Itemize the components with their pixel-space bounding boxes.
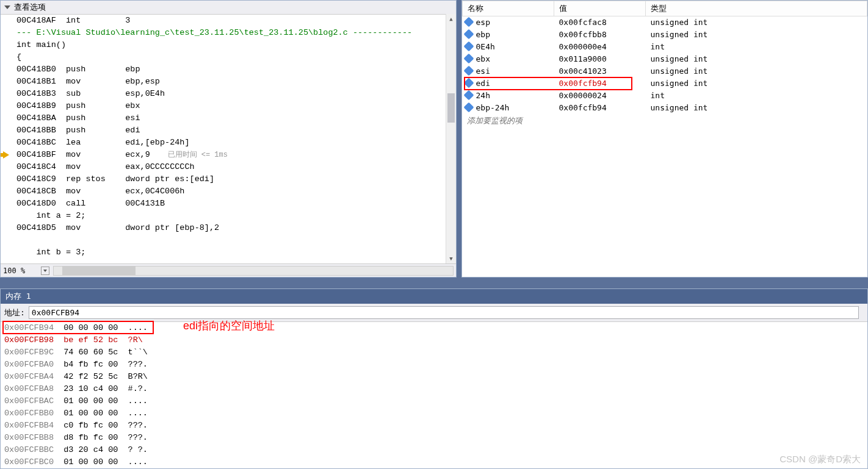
field-icon	[463, 29, 474, 39]
scroll-up-icon[interactable]: ▲	[446, 14, 456, 24]
memory-row[interactable]: 0x00FCFBA8 23 10 c4 00 #.?.	[4, 383, 867, 395]
memory-row[interactable]: 0x00FCFB9C 74 60 60 5c t``\	[4, 346, 867, 359]
field-icon	[463, 77, 474, 88]
disasm-line[interactable]: int a = 2;	[16, 210, 456, 222]
watch-row[interactable]: edi0x00fcfb94unsigned int	[463, 77, 867, 90]
watch-pane: 名称 值 类型 esp0x00fcfac8unsigned intebp0x00…	[461, 0, 868, 277]
disasm-line[interactable]: 00C418B9 push ebx	[16, 100, 456, 112]
memory-row[interactable]: 0x00FCFBB4 c0 fb fc 00 ???.	[4, 420, 867, 432]
col-name[interactable]: 名称	[463, 1, 554, 16]
disasm-line[interactable]: 00C418B0 push ebp	[16, 63, 456, 76]
disasm-line[interactable]: 00C418B3 sub esp,0E4h	[16, 88, 456, 100]
memory-title: 内存 1	[1, 289, 867, 304]
field-icon	[463, 53, 474, 63]
scroll-down-icon[interactable]: ▼	[446, 254, 456, 263]
disasm-line[interactable]: 00C418D0 call 00C4131B	[16, 198, 456, 210]
annotation-label: edi指向的空间地址	[183, 318, 275, 333]
disasm-line[interactable]: 00C418AF int 3	[16, 15, 456, 27]
disasm-line[interactable]: 00C418C4 mov eax,0CCCCCCCCh	[16, 161, 456, 173]
memory-body[interactable]: 0x00FCFB94 00 00 00 00 ....0x00FCFB98 be…	[1, 322, 867, 468]
memory-row[interactable]: 0x00FCFB98 be ef 52 bc ?R\	[4, 334, 867, 346]
disasm-line[interactable]: 00C418C9 rep stos dword ptr es:[edi]	[16, 173, 456, 185]
field-icon	[463, 17, 474, 27]
zoom-dropdown[interactable]	[41, 267, 49, 275]
vertical-scrollbar[interactable]: ▲ ▼	[446, 14, 456, 263]
memory-address-input[interactable]	[29, 306, 859, 319]
col-value[interactable]: 值	[554, 1, 646, 16]
field-icon	[463, 41, 474, 51]
disasm-footer: 100 %	[1, 263, 456, 277]
disasm-line[interactable]: 00C418BB push edi	[16, 124, 456, 137]
watch-row[interactable]: 24h0x00000024int	[463, 90, 867, 102]
disasm-line[interactable]: {	[16, 51, 456, 63]
field-icon	[463, 102, 474, 112]
watch-row[interactable]: esi0x00c41023unsigned int	[463, 65, 867, 77]
memory-row[interactable]: 0x00FCFBA4 42 f2 52 5c B?R\	[4, 371, 867, 383]
chevron-down-icon	[4, 5, 10, 9]
memory-pane: 内存 1 地址: 0x00FCFB94 00 00 00 00 ....0x00…	[0, 288, 868, 469]
add-watch-item[interactable]: 添加要监视的项	[462, 114, 867, 127]
current-line-arrow-icon	[3, 151, 9, 159]
disasm-line[interactable]: 00C418B1 mov ebp,esp	[16, 76, 456, 88]
view-options-label: 查看选项	[14, 2, 46, 13]
disassembly-body[interactable]: 00C418AF int 3--- E:\Visual Studio\learn…	[1, 15, 456, 263]
watch-table: 名称 值 类型 esp0x00fcfac8unsigned intebp0x00…	[462, 1, 867, 114]
pane-separator[interactable]	[457, 0, 461, 277]
view-options-header[interactable]: 查看选项	[1, 1, 456, 15]
col-type[interactable]: 类型	[646, 1, 867, 16]
watermark: CSDN @蒙奇D索大	[779, 454, 861, 465]
memory-row[interactable]: 0x00FCFB94 00 00 00 00 ....	[4, 322, 867, 334]
watch-row[interactable]: esp0x00fcfac8unsigned int	[463, 16, 867, 29]
disassembly-pane: 查看选项 00C418AF int 3--- E:\Visual Studio\…	[0, 0, 457, 277]
disasm-line[interactable]: 00C418BA push esi	[16, 112, 456, 124]
disasm-line[interactable]	[16, 234, 456, 246]
disasm-line[interactable]: int main()	[16, 39, 456, 51]
disasm-line[interactable]: 00C418BF mov ecx,9 已用时间 <= 1ms	[16, 149, 456, 161]
memory-address-bar: 地址:	[1, 304, 867, 322]
disasm-line[interactable]: int b = 3;	[16, 246, 456, 259]
watch-row[interactable]: ebp0x00fcfbb8unsigned int	[463, 29, 867, 41]
horizontal-separator[interactable]	[0, 277, 868, 288]
scroll-thumb[interactable]	[447, 93, 455, 123]
hscroll-thumb[interactable]	[62, 267, 136, 275]
disasm-line[interactable]: 00C418BC lea edi,[ebp-24h]	[16, 137, 456, 149]
watch-row[interactable]: 0E4h0x000000e4int	[463, 41, 867, 53]
field-icon	[463, 90, 474, 100]
zoom-level: 100 %	[3, 267, 40, 275]
horizontal-scrollbar[interactable]	[53, 266, 454, 276]
memory-row[interactable]: 0x00FCFBB0 01 00 00 00 ....	[4, 407, 867, 420]
watch-row[interactable]: ebx0x011a9000unsigned int	[463, 53, 867, 65]
disasm-line[interactable]: --- E:\Visual Studio\learning_c\test_23.…	[16, 27, 456, 39]
disasm-line[interactable]: 00C418CB mov ecx,0C4C006h	[16, 185, 456, 198]
address-label: 地址:	[4, 307, 25, 318]
field-icon	[463, 65, 474, 76]
memory-row[interactable]: 0x00FCFBB8 d8 fb fc 00 ???.	[4, 432, 867, 444]
watch-row[interactable]: ebp-24h0x00fcfb94unsigned int	[463, 102, 867, 114]
disasm-line[interactable]: 00C418D5 mov dword ptr [ebp-8],2	[16, 222, 456, 234]
memory-row[interactable]: 0x00FCFBAC 01 00 00 00 ....	[4, 395, 867, 407]
memory-row[interactable]: 0x00FCFBBC d3 20 c4 00 ? ?.	[4, 444, 867, 456]
memory-row[interactable]: 0x00FCFBA0 b4 fb fc 00 ???.	[4, 359, 867, 371]
memory-row[interactable]: 0x00FCFBC0 01 00 00 00 ....	[4, 456, 867, 468]
